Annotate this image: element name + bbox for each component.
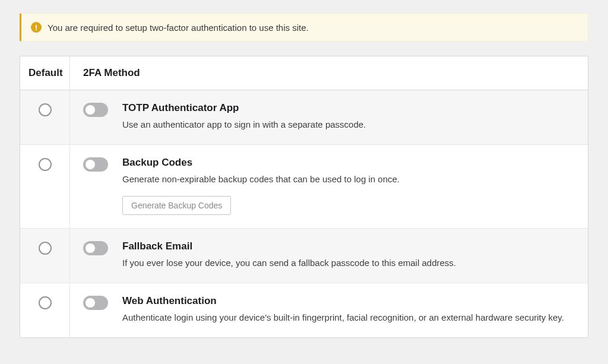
notice-banner: ! You are required to setup two-factor a…: [20, 13, 588, 42]
method-title: TOTP Authenticator App: [122, 102, 575, 114]
method-title: Web Authentication: [122, 295, 575, 307]
method-description: Authenticate login using your device's b…: [122, 311, 575, 324]
enable-toggle-backup-codes[interactable]: [83, 157, 108, 172]
method-cell: Backup Codes Generate non-expirable back…: [70, 145, 588, 227]
twofa-methods-table: Default 2FA Method TOTP Authenticator Ap…: [20, 56, 588, 338]
default-radio-backup-codes[interactable]: [39, 158, 52, 171]
default-cell: [20, 283, 70, 337]
column-header-default: Default: [20, 56, 70, 90]
method-description: Generate non-expirable backup codes that…: [122, 172, 575, 186]
generate-backup-codes-button[interactable]: Generate Backup Codes: [122, 196, 231, 215]
method-body: Fallback Email If you ever lose your dev…: [122, 240, 575, 270]
method-description: Use an authenticator app to sign in with…: [122, 118, 575, 131]
method-title: Fallback Email: [122, 240, 575, 252]
default-cell: [20, 90, 70, 144]
table-row: Fallback Email If you ever lose your dev…: [20, 229, 588, 283]
default-cell: [20, 229, 70, 283]
default-radio-webauthn[interactable]: [39, 296, 52, 309]
warning-icon: !: [31, 22, 42, 33]
method-body: TOTP Authenticator App Use an authentica…: [122, 102, 575, 131]
table-row: Backup Codes Generate non-expirable back…: [20, 145, 588, 228]
method-cell: TOTP Authenticator App Use an authentica…: [70, 90, 588, 144]
default-radio-fallback-email[interactable]: [39, 242, 52, 255]
table-header: Default 2FA Method: [20, 56, 588, 90]
default-radio-totp[interactable]: [39, 103, 52, 116]
method-cell: Fallback Email If you ever lose your dev…: [70, 229, 588, 283]
method-body: Web Authentication Authenticate login us…: [122, 295, 575, 324]
default-cell: [20, 145, 70, 227]
method-cell: Web Authentication Authenticate login us…: [70, 283, 588, 337]
notice-text: You are required to setup two-factor aut…: [48, 23, 309, 33]
enable-toggle-totp[interactable]: [83, 103, 108, 117]
enable-toggle-fallback-email[interactable]: [83, 241, 108, 255]
table-row: TOTP Authenticator App Use an authentica…: [20, 90, 588, 145]
column-header-method: 2FA Method: [70, 56, 588, 90]
enable-toggle-webauthn[interactable]: [83, 296, 108, 310]
method-body: Backup Codes Generate non-expirable back…: [122, 157, 575, 214]
method-title: Backup Codes: [122, 157, 575, 169]
method-description: If you ever lose your device, you can se…: [122, 256, 575, 270]
table-row: Web Authentication Authenticate login us…: [20, 283, 588, 337]
